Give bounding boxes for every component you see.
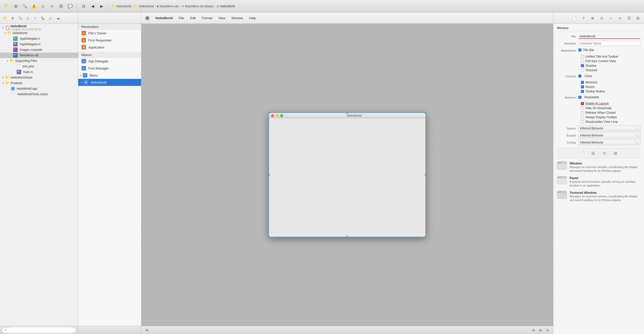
cb-fullsize[interactable] [581,60,584,63]
tree-item-appdelegate-m[interactable]: ▸ m AppDelegate.m [0,41,78,47]
inspector-tab-attributes[interactable]: ⊙ [598,15,605,22]
folder-icon[interactable]: 📁 [3,3,10,10]
menu-help[interactable]: Help [249,16,256,20]
menu-format[interactable]: Format [202,16,212,20]
cb-recalcviewloop[interactable] [581,120,584,123]
tree-item-helloworldtests[interactable]: ▸ 📁 HelloWorldTests [0,75,78,80]
diamond-icon[interactable]: ◇ [39,3,46,10]
nav-warning-nav-icon[interactable]: ⚠ [25,15,31,21]
list-icon[interactable]: ≡ [48,3,56,10]
menu-file[interactable]: File [179,16,184,20]
menu-view[interactable]: View [218,16,225,20]
cb-restorable[interactable]: ✓ [578,96,581,99]
objects-item-appdelegate[interactable]: ⊙ App Delegate [78,58,141,65]
cb-textured[interactable] [581,69,584,72]
canvas-fit-icon[interactable]: ⊟ [531,328,536,333]
canvas-device-icon[interactable]: ⊡ [545,328,550,333]
sim-max-btn[interactable] [280,114,283,117]
nav-git-icon[interactable]: ⊛ [10,15,16,21]
square-grid-icon[interactable]: ⊞ [12,3,19,10]
breadcrumb-helloworld-app[interactable]: ⊞ HelloWorld [217,5,235,8]
icon-tab-circle[interactable]: ⊙ [601,150,607,156]
forward-icon[interactable]: ▶ [98,3,105,10]
tree-item-info-plist[interactable]: ▸ 📄 Info.plist [0,64,78,69]
objects-item-fontmanager[interactable]: A Font Manager [78,65,141,72]
tree-item-xctest[interactable]: ▸ 📄 HelloWorldTests.xctest [0,91,78,97]
objects-item-filesowner[interactable]: ⊛ File's Owner [78,30,141,37]
inspector-tab-identity[interactable]: ⊕ [589,15,596,22]
cb-toolbarbtn[interactable]: ✓ [581,90,584,93]
cb-unified[interactable] [581,55,584,58]
menu-window[interactable]: Window [231,16,243,20]
menu-edit[interactable]: Edit [190,16,196,20]
spaces-select[interactable]: Inferred Behavior ⌃⌄ [578,126,640,131]
icon-tab-grid[interactable]: ⊞ [612,150,619,156]
tree-item-helloworld-project[interactable]: ▾ 📋 HelloWorld 2 targets, OS X SDK 10.10 [0,25,78,30]
resize-handle-br[interactable] [425,236,426,237]
resize-handle-right[interactable] [425,174,426,176]
tree-item-supporting-files[interactable]: ▾ 📁 Supporting Files [0,58,78,64]
back-icon[interactable]: ◀ [89,3,96,10]
tree-item-main-m[interactable]: ▸ m main.m [0,69,78,75]
tree-item-helloworld-app[interactable]: ▸ HelloWorld.app [0,86,78,91]
layout-icon[interactable]: ⊟ [80,3,87,10]
breadcrumb-mainmenu-base[interactable]: ✕ MainMenu.xib (Base) [181,5,213,8]
cb-visiblelaunch[interactable]: ✓ [581,102,584,105]
nav-search-input[interactable] [8,327,74,333]
resize-handle-top[interactable] [346,112,348,114]
objects-item-menu[interactable]: ▸ ≡ Menu [78,72,141,79]
sim-min-btn[interactable] [276,114,279,117]
breadcrumb-helloworld1[interactable]: 📁 HelloWorld [112,5,131,8]
cb-shadow[interactable]: ✓ [581,64,584,67]
menu-helloworld[interactable]: HelloWorld [155,16,173,20]
nav-folder-icon[interactable]: 📁 [2,15,8,21]
nav-breakpoint-icon[interactable]: ◇ [47,15,53,21]
resize-handle-tr[interactable] [425,112,426,114]
inspector-tab-quick[interactable]: ? [580,15,587,22]
expose-select[interactable]: Inferred Behavior ⌃⌄ [578,133,640,138]
cb-hideondeact[interactable] [581,107,584,110]
cb-minimize[interactable]: ✓ [581,81,584,84]
tree-item-appdelegate-h[interactable]: ▸ h AppDelegate.h [0,36,78,41]
breadcrumb-mainmenu-xib[interactable]: ■ MainMenu.xib [157,5,178,8]
cb-releaseclosed[interactable] [581,111,584,114]
resize-handle-left[interactable] [268,174,270,176]
nav-search-icon[interactable]: 🔍 [17,15,23,21]
resize-handle-bottom[interactable] [346,236,348,237]
canvas-scale-icon[interactable]: ⊠ [538,328,543,333]
title-input[interactable] [578,34,640,39]
sim-close-btn[interactable] [271,114,274,117]
inspector-tab-connections[interactable]: ⇒ [616,15,623,22]
tree-item-mainmenu-xib[interactable]: ▸ xib MainMenu.xib [0,53,78,58]
cb-resize[interactable]: ✓ [581,85,584,88]
objects-item-firstresponder[interactable]: ◈ First Responder [78,37,141,44]
inspector-tab-effects[interactable]: ⊞ [634,15,641,22]
search-icon[interactable]: 🔍 [21,3,28,10]
inspector-tab-size[interactable]: ↔ [607,15,614,22]
inspector-tab-file[interactable]: 📄 [571,15,578,22]
canvas-zoom-icon[interactable]: ⊞ [144,328,149,333]
cb-titlebar[interactable]: ✓ [578,49,581,52]
canvas-close-circle[interactable] [145,16,149,20]
cb-close[interactable]: ✓ [578,75,581,78]
cb-alwaystooltips[interactable] [581,116,584,119]
chat-icon[interactable]: 💬 [67,3,74,10]
icon-tab-doc[interactable]: 📄 [579,150,585,156]
objects-item-helloworld[interactable]: ▸ ⊞ HelloWorld [78,79,141,86]
nav-test-icon[interactable]: ✓ [32,15,38,21]
resize-handle-tl[interactable] [268,112,270,114]
nav-log-icon[interactable]: ☁ [55,15,61,21]
nav-debug-icon[interactable]: 🐛 [40,15,46,21]
icon-tab-square[interactable]: ⊟ [590,150,596,156]
objects-item-application[interactable]: ◉ Application [78,44,141,51]
autosave-input[interactable] [578,41,640,46]
breadcrumb-helloworld2[interactable]: 📁 HelloWorld [134,5,153,8]
link-icon[interactable]: ⛓ [58,3,65,10]
tree-item-products[interactable]: ▾ 📁 Products [0,80,78,86]
tree-item-images-xcassets[interactable]: ▸ ⊙ Images.xcassets [0,47,78,53]
cycling-select[interactable]: Inferred Behavior ⌃⌄ [578,140,640,145]
tree-item-helloworld-folder[interactable]: ▾ 📁 HelloWorld [0,30,78,36]
inspector-tab-bindings[interactable]: ☰ [625,15,632,22]
warning-icon[interactable]: ⚠️ [30,3,37,10]
resize-handle-bl[interactable] [268,236,270,237]
